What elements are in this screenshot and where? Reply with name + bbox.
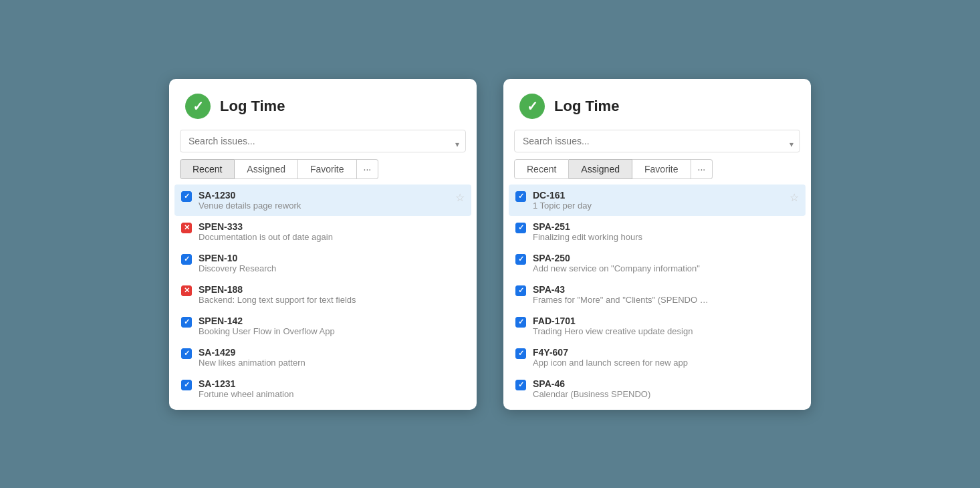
- search-container: ▾: [503, 130, 811, 159]
- issue-id: SA-1231: [199, 378, 449, 389]
- check-circle-icon: [519, 94, 545, 119]
- list-item[interactable]: SA-1231Fortune wheel animation☆: [174, 373, 471, 404]
- issue-description: Frames for "More" and "Clients" (SPENDO …: [533, 295, 783, 305]
- panel-header: Log Time: [503, 79, 811, 130]
- search-input[interactable]: [180, 130, 466, 152]
- issue-text: SPEN-333Documentation is out of date aga…: [199, 221, 449, 242]
- issue-checkbox[interactable]: [181, 285, 192, 296]
- tab-assigned[interactable]: Assigned: [235, 159, 298, 179]
- list-item[interactable]: SPA-46Calendar (Business SPENDO)☆: [509, 373, 806, 404]
- panel-title: Log Time: [554, 98, 619, 115]
- issue-checkbox[interactable]: [515, 285, 526, 296]
- issue-text: SPEN-142Booking User Flow in Overflow Ap…: [199, 316, 449, 336]
- issue-id: SA-1429: [199, 347, 449, 358]
- issue-text: SPA-250Add new service on "Company infor…: [533, 253, 783, 273]
- issue-description: New likes animation pattern: [199, 358, 449, 368]
- issue-id: SPEN-142: [199, 316, 449, 326]
- tab-favorite[interactable]: Favorite: [298, 159, 357, 179]
- issue-checkbox[interactable]: [181, 348, 192, 359]
- issue-text: SPA-43Frames for "More" and "Clients" (S…: [533, 284, 783, 305]
- issue-checkbox[interactable]: [515, 254, 526, 265]
- issue-id: SA-1230: [199, 190, 449, 201]
- list-item[interactable]: SPEN-333Documentation is out of date aga…: [174, 216, 471, 247]
- issue-checkbox[interactable]: [515, 191, 526, 202]
- search-input[interactable]: [514, 130, 800, 152]
- issue-id: SPA-43: [533, 284, 783, 295]
- issue-checkbox[interactable]: [515, 380, 526, 390]
- issue-checkbox[interactable]: [181, 223, 192, 233]
- issue-id: SPEN-188: [199, 284, 449, 295]
- issue-text: SA-1230Venue details page rework: [199, 190, 449, 211]
- list-item[interactable]: SPEN-10Discovery Research☆: [174, 247, 471, 279]
- tab-recent[interactable]: Recent: [180, 159, 235, 179]
- issues-list: SA-1230Venue details page rework☆SPEN-33…: [169, 185, 477, 404]
- issue-description: Trading Hero view creative update design: [533, 326, 783, 336]
- issues-list: DC-1611 Topic per day☆SPA-251Finalizing …: [503, 185, 811, 404]
- panel-header: Log Time: [169, 79, 477, 130]
- list-item[interactable]: SA-1230Venue details page rework☆: [174, 185, 471, 216]
- issue-description: Documentation is out of date again: [199, 232, 449, 242]
- panel-title: Log Time: [220, 98, 285, 115]
- tab-recent[interactable]: Recent: [514, 159, 569, 179]
- issue-text: FAD-1701Trading Hero view creative updat…: [533, 316, 783, 336]
- issue-description: Add new service on "Company information": [533, 263, 783, 273]
- search-container: ▾: [169, 130, 477, 159]
- tab-more[interactable]: ···: [691, 159, 713, 179]
- issue-checkbox[interactable]: [515, 223, 526, 233]
- issue-description: Backend: Long text support for text fiel…: [199, 295, 449, 305]
- check-circle-icon: [185, 94, 211, 119]
- issue-text: SA-1231Fortune wheel animation: [199, 378, 449, 399]
- issue-id: F4Y-607: [533, 347, 783, 358]
- issue-text: SA-1429New likes animation pattern: [199, 347, 449, 368]
- list-item[interactable]: SA-1429New likes animation pattern☆: [174, 342, 471, 373]
- issue-description: 1 Topic per day: [533, 201, 783, 211]
- issue-id: DC-161: [533, 190, 783, 201]
- issue-text: SPA-46Calendar (Business SPENDO): [533, 378, 783, 399]
- tab-assigned[interactable]: Assigned: [569, 159, 632, 179]
- tabs-container: RecentAssignedFavorite···: [169, 159, 477, 185]
- issue-description: Venue details page rework: [199, 201, 449, 211]
- issue-id: SPA-46: [533, 378, 783, 389]
- issue-text: F4Y-607App icon and launch screen for ne…: [533, 347, 783, 368]
- issue-text: SPA-251Finalizing edit working hours: [533, 221, 783, 242]
- list-item[interactable]: DC-1611 Topic per day☆: [509, 185, 806, 216]
- list-item[interactable]: SPA-251Finalizing edit working hours☆: [509, 216, 806, 247]
- panel-right: Log Time▾RecentAssignedFavorite···DC-161…: [503, 79, 811, 410]
- issue-description: Fortune wheel animation: [199, 389, 449, 399]
- issue-checkbox[interactable]: [181, 317, 192, 328]
- list-item[interactable]: SPEN-188Backend: Long text support for t…: [174, 279, 471, 310]
- tab-favorite[interactable]: Favorite: [632, 159, 691, 179]
- list-item[interactable]: SPA-250Add new service on "Company infor…: [509, 247, 806, 279]
- issue-text: SPEN-188Backend: Long text support for t…: [199, 284, 449, 305]
- issue-checkbox[interactable]: [181, 254, 192, 265]
- issue-checkbox[interactable]: [181, 191, 192, 202]
- issue-description: Finalizing edit working hours: [533, 232, 783, 242]
- issue-description: Booking User Flow in Overflow App: [199, 326, 449, 336]
- star-icon[interactable]: ☆: [455, 191, 465, 204]
- tabs-container: RecentAssignedFavorite···: [503, 159, 811, 185]
- issue-id: SPA-251: [533, 221, 783, 232]
- issue-description: Discovery Research: [199, 263, 449, 273]
- issue-description: Calendar (Business SPENDO): [533, 389, 783, 399]
- issue-id: FAD-1701: [533, 316, 783, 326]
- issue-id: SPEN-333: [199, 221, 449, 232]
- list-item[interactable]: SPA-43Frames for "More" and "Clients" (S…: [509, 279, 806, 310]
- list-item[interactable]: F4Y-607App icon and launch screen for ne…: [509, 342, 806, 373]
- issue-id: SPEN-10: [199, 253, 449, 263]
- panel-left: Log Time▾RecentAssignedFavorite···SA-123…: [169, 79, 477, 410]
- issue-id: SPA-250: [533, 253, 783, 263]
- issue-text: SPEN-10Discovery Research: [199, 253, 449, 273]
- tab-more[interactable]: ···: [357, 159, 379, 179]
- issue-checkbox[interactable]: [515, 348, 526, 359]
- list-item[interactable]: FAD-1701Trading Hero view creative updat…: [509, 310, 806, 342]
- issue-checkbox[interactable]: [181, 380, 192, 390]
- list-item[interactable]: SPEN-142Booking User Flow in Overflow Ap…: [174, 310, 471, 342]
- issue-description: App icon and launch screen for new app: [533, 358, 783, 368]
- issue-text: DC-1611 Topic per day: [533, 190, 783, 211]
- panels-container: Log Time▾RecentAssignedFavorite···SA-123…: [169, 79, 811, 410]
- star-icon[interactable]: ☆: [789, 191, 799, 204]
- issue-checkbox[interactable]: [515, 317, 526, 328]
